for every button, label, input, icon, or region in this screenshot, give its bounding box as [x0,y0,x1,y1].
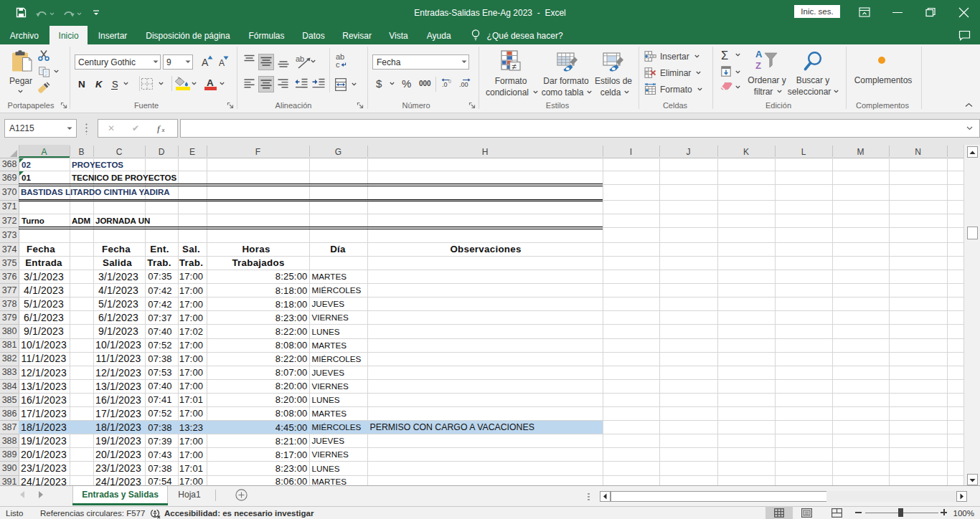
svg-text:Z: Z [755,60,761,70]
svg-text:.0: .0 [442,81,448,88]
svg-text:.00: .00 [459,81,468,88]
svg-text:c: c [336,60,340,69]
svg-text:ab: ab [296,54,304,63]
svg-text:f: f [157,123,161,133]
svg-text:x: x [161,126,165,133]
svg-text:0: 0 [448,79,451,84]
svg-text:≠: ≠ [512,62,517,71]
svg-text:A: A [755,49,763,59]
